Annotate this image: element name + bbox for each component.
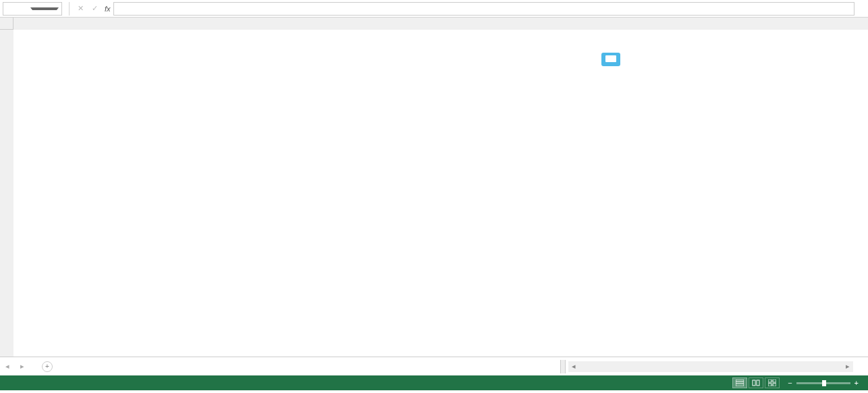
tab-nav-first-icon[interactable]: ◂ — [3, 362, 12, 371]
name-box[interactable] — [3, 2, 62, 16]
column-headers — [13, 18, 868, 30]
sheet-tabs-bar: ◂ ▸ + ◂ ▸ — [0, 357, 868, 375]
zoom-control: − + — [788, 379, 863, 387]
zoom-in-button[interactable]: + — [855, 379, 859, 387]
horizontal-scrollbar[interactable]: ◂ ▸ — [568, 361, 853, 372]
svg-rect-3 — [753, 380, 755, 386]
tab-split-handle[interactable] — [560, 360, 566, 373]
columns-area — [13, 18, 868, 357]
new-sheet-button[interactable]: + — [42, 361, 53, 372]
select-all-corner[interactable] — [0, 18, 13, 30]
svg-rect-6 — [773, 379, 776, 382]
svg-rect-8 — [773, 384, 776, 386]
scroll-track[interactable] — [579, 361, 842, 372]
name-box-dropdown-icon[interactable] — [30, 7, 59, 10]
logo-image — [591, 53, 631, 68]
page-break-view-button[interactable] — [765, 377, 780, 388]
separator — [69, 2, 70, 16]
cancel-icon[interactable]: ✕ — [74, 4, 88, 13]
formula-input[interactable] — [113, 2, 855, 16]
fx-icon[interactable]: fx — [102, 5, 113, 13]
zoom-slider[interactable] — [796, 382, 850, 384]
view-buttons — [732, 377, 780, 388]
page-layout-view-button[interactable] — [749, 377, 763, 388]
logo-icon — [601, 53, 620, 66]
zoom-out-button[interactable]: − — [788, 379, 792, 387]
scroll-right-icon[interactable]: ▸ — [842, 361, 853, 372]
svg-rect-0 — [736, 379, 744, 386]
svg-rect-5 — [768, 379, 771, 382]
normal-view-button[interactable] — [732, 377, 747, 388]
tab-nav-prev-icon[interactable]: ▸ — [18, 362, 27, 371]
formula-bar: ✕ ✓ fx — [0, 0, 868, 18]
status-bar: − + — [0, 375, 868, 390]
spreadsheet-grid[interactable] — [0, 18, 868, 357]
zoom-thumb[interactable] — [822, 380, 826, 386]
enter-icon[interactable]: ✓ — [88, 4, 102, 13]
svg-rect-7 — [768, 384, 771, 386]
svg-rect-4 — [757, 380, 759, 386]
row-headers — [0, 18, 13, 357]
scroll-left-icon[interactable]: ◂ — [568, 361, 579, 372]
